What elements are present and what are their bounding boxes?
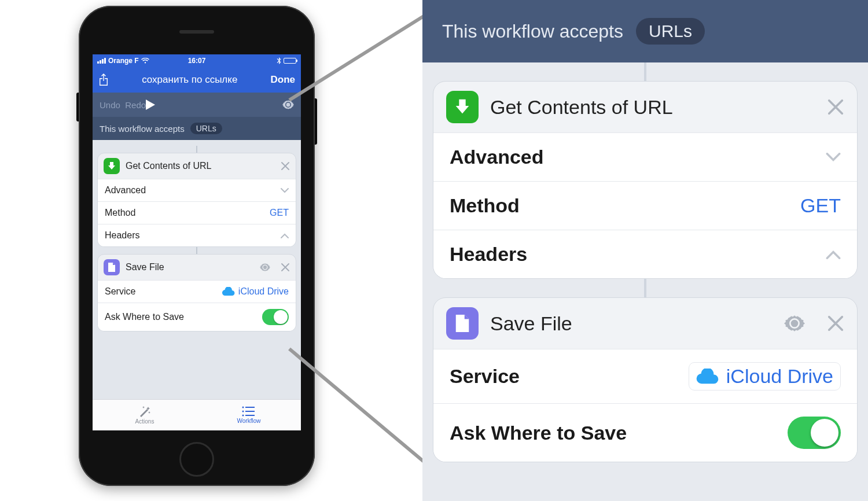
- method-row[interactable]: Method GET: [433, 181, 857, 230]
- headers-label: Headers: [105, 230, 139, 241]
- service-row[interactable]: Service iCloud Drive: [433, 349, 857, 403]
- connector-line: [196, 247, 197, 254]
- action-card-get-url[interactable]: Get Contents of URL Advanced Method GET …: [433, 81, 858, 279]
- ask-where-toggle[interactable]: [788, 417, 841, 449]
- carrier-label: Orange F: [108, 57, 139, 65]
- workflow-title: сохранить по ссылке: [142, 74, 237, 86]
- status-bar: Orange F 16:07: [93, 54, 301, 67]
- close-icon: [827, 315, 844, 332]
- advanced-label: Advanced: [105, 185, 146, 196]
- battery-icon: [284, 58, 296, 64]
- action-card-save-file[interactable]: Save File Service iCloud Drive: [433, 297, 858, 462]
- advanced-row[interactable]: Advanced: [98, 179, 296, 201]
- accepts-label: This workflow accepts: [442, 21, 623, 42]
- download-icon: [446, 91, 479, 123]
- redo-button[interactable]: Redo: [125, 100, 146, 110]
- wifi-icon: [141, 58, 149, 64]
- workflow-accepts-bar[interactable]: This workflow accepts URLs: [93, 117, 301, 140]
- svg-point-0: [242, 407, 244, 408]
- run-button[interactable]: [146, 100, 282, 110]
- service-value: iCloud Drive: [726, 365, 833, 388]
- close-icon: [827, 98, 844, 116]
- accepts-type-pill: URLs: [636, 18, 705, 45]
- action-title: Save File: [490, 312, 773, 335]
- accepts-label: This workflow accepts: [100, 124, 185, 134]
- delete-action-button[interactable]: [281, 161, 290, 171]
- close-icon: [281, 263, 290, 272]
- done-button[interactable]: Done: [271, 74, 296, 86]
- delete-action-button[interactable]: [281, 263, 290, 272]
- method-row[interactable]: Method GET: [98, 201, 296, 224]
- chevron-down-icon: [826, 153, 841, 162]
- gear-icon: [260, 262, 270, 272]
- advanced-label: Advanced: [450, 146, 544, 168]
- chevron-down-icon: [281, 188, 289, 193]
- clock: 16:07: [188, 57, 206, 65]
- workflow-canvas: Get Contents of URL Advanced Method GET: [93, 140, 301, 399]
- gear-icon: [784, 313, 805, 334]
- home-button[interactable]: [179, 442, 214, 477]
- tab-actions[interactable]: Actions: [93, 400, 197, 430]
- service-value: iCloud Drive: [238, 286, 289, 297]
- action-title: Get Contents of URL: [126, 161, 275, 171]
- download-icon: [104, 158, 120, 174]
- icloud-icon: [696, 369, 719, 385]
- bluetooth-icon: [277, 57, 281, 64]
- ask-where-row: Ask Where to Save: [98, 303, 296, 331]
- connector-line: [644, 279, 646, 297]
- service-label: Service: [450, 365, 520, 388]
- zoom-panel: This workflow accepts URLs Get Contents …: [422, 0, 868, 501]
- action-card-save-file[interactable]: Save File Service: [97, 254, 296, 331]
- action-title: Save File: [126, 262, 254, 272]
- headers-label: Headers: [450, 243, 527, 266]
- connector-line: [644, 62, 646, 81]
- method-value: GET: [800, 194, 841, 217]
- ask-where-row: Ask Where to Save: [433, 403, 857, 462]
- workflow-accepts-bar[interactable]: This workflow accepts URLs: [422, 0, 868, 62]
- play-icon: [146, 100, 155, 110]
- share-icon: [98, 73, 109, 86]
- list-icon: [242, 406, 256, 417]
- phone-speaker: [179, 30, 214, 34]
- action-settings-button[interactable]: [260, 262, 270, 272]
- settings-button[interactable]: [282, 99, 294, 110]
- chevron-up-icon: [826, 250, 841, 259]
- delete-action-button[interactable]: [827, 315, 844, 332]
- editor-toolbar: Undo Redo: [93, 93, 301, 117]
- advanced-row[interactable]: Advanced: [433, 132, 857, 181]
- icloud-icon: [222, 287, 235, 296]
- chevron-up-icon: [281, 233, 289, 238]
- tab-workflow[interactable]: Workflow: [197, 400, 301, 430]
- headers-row[interactable]: Headers: [98, 224, 296, 246]
- accepts-type-pill: URLs: [190, 123, 222, 134]
- undo-button[interactable]: Undo: [100, 100, 120, 110]
- action-settings-button[interactable]: [784, 313, 805, 334]
- file-icon: [446, 307, 479, 340]
- svg-point-2: [242, 415, 244, 417]
- method-label: Method: [105, 208, 135, 218]
- share-button[interactable]: [98, 73, 109, 86]
- connector-line: [196, 146, 197, 153]
- delete-action-button[interactable]: [827, 98, 844, 116]
- service-label: Service: [105, 286, 135, 297]
- service-row[interactable]: Service iCloud Drive: [98, 280, 296, 303]
- ask-where-label: Ask Where to Save: [105, 312, 184, 322]
- file-icon: [104, 259, 120, 275]
- ask-where-toggle[interactable]: [262, 309, 289, 325]
- bottom-tab-bar: Actions Workflow: [93, 399, 301, 430]
- action-title: Get Contents of URL: [490, 96, 815, 119]
- method-label: Method: [450, 194, 520, 217]
- method-value: GET: [270, 208, 289, 218]
- action-card-get-url[interactable]: Get Contents of URL Advanced Method GET: [97, 153, 296, 247]
- gear-icon: [282, 99, 294, 110]
- tab-label: Workflow: [237, 418, 261, 424]
- close-icon: [281, 161, 290, 171]
- signal-icon: [97, 58, 106, 64]
- tab-label: Actions: [135, 418, 155, 425]
- headers-row[interactable]: Headers: [433, 230, 857, 278]
- phone-frame: Orange F 16:07 сохранить по ссылке Done: [79, 6, 315, 486]
- phone-screen: Orange F 16:07 сохранить по ссылке Done: [93, 54, 301, 430]
- ask-where-label: Ask Where to Save: [450, 422, 627, 444]
- svg-point-1: [242, 411, 244, 412]
- wand-icon: [138, 406, 152, 417]
